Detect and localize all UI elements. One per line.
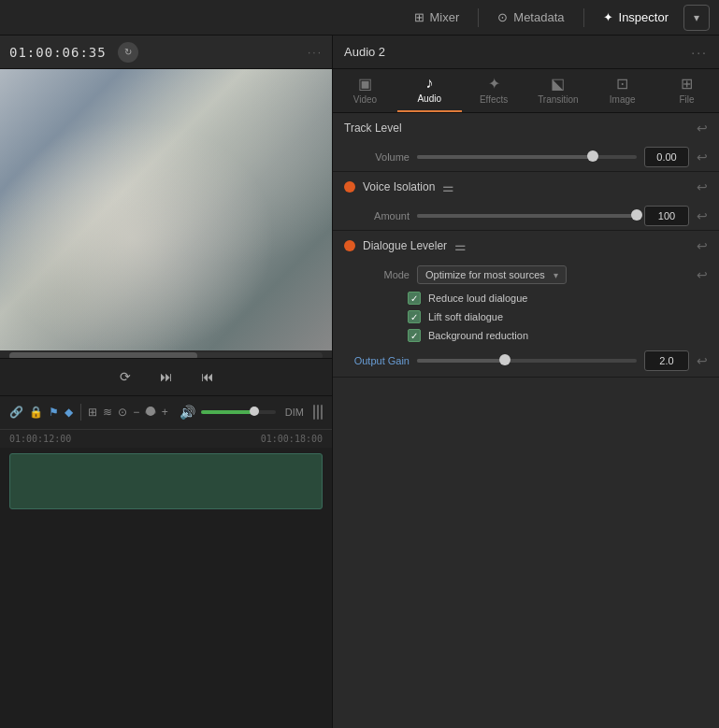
- dialogue-leveler-title: Dialogue Leveler: [363, 239, 447, 252]
- metadata-tab[interactable]: ⊙ Metadata: [486, 7, 575, 28]
- skip-back-button[interactable]: ⏮: [194, 364, 221, 390]
- main-layout: 01:00:06:35 ↻ ··· ⟳ ⏭ ⏮: [0, 36, 719, 728]
- zoom-out-button[interactable]: −: [133, 400, 139, 424]
- lock-button[interactable]: 🔒: [29, 400, 43, 424]
- volume-slider-thumb: [587, 150, 598, 162]
- voice-isolation-enable-button[interactable]: [344, 181, 355, 193]
- output-gain-value[interactable]: 2.0: [644, 350, 689, 371]
- flag-icon: ⚑: [49, 406, 59, 419]
- output-gain-slider-fill: [417, 359, 505, 363]
- inspector-tab[interactable]: ✦ Inspector: [592, 7, 680, 28]
- timeline-track-area[interactable]: [0, 448, 332, 729]
- loop-button[interactable]: ⟳: [112, 364, 138, 390]
- voice-isolation-reset-button[interactable]: ↩: [697, 179, 708, 194]
- amount-reset-button[interactable]: ↩: [697, 208, 708, 223]
- zoom-in-button[interactable]: +: [162, 400, 168, 424]
- audio-tab-icon: ♪: [425, 75, 433, 92]
- bg-reduction-checkbox[interactable]: ✓: [408, 329, 421, 342]
- reduce-loud-check-icon: ✓: [410, 293, 418, 304]
- tab-image[interactable]: ⊡ Image: [590, 69, 654, 112]
- dialogue-leveler-enable-button[interactable]: [344, 240, 355, 251]
- skip-forward-button[interactable]: ⏭: [153, 364, 180, 390]
- tab-file[interactable]: ⊞ File: [654, 69, 719, 112]
- handle-bar-2: [317, 405, 319, 420]
- timeline-ruler: 01:00:12:00 01:00:18:00: [0, 429, 332, 448]
- transcript-icon: ⊞: [88, 406, 97, 419]
- image-tab-label: Image: [610, 94, 636, 105]
- timecode-dots-menu[interactable]: ···: [308, 46, 323, 59]
- tab-video[interactable]: ▣ Video: [333, 69, 397, 112]
- inspector-panel: Audio 2 ··· ▣ Video ♪ Audio ✦ Effects ⬕ …: [332, 36, 719, 728]
- link-button[interactable]: 🔗: [9, 400, 23, 424]
- volume-slider-track[interactable]: [417, 155, 637, 159]
- tab-audio[interactable]: ♪ Audio: [397, 69, 462, 112]
- voice-isolation-title: Voice Isolation: [363, 180, 435, 193]
- mixer-tab[interactable]: ⊞ Mixer: [403, 7, 471, 28]
- zoom-in-icon: +: [162, 406, 168, 419]
- track-level-section: Track Level ↩ Volume 0.00 ↩: [333, 113, 719, 172]
- lift-soft-checkbox[interactable]: ✓: [408, 310, 421, 323]
- zoom-slider[interactable]: [145, 410, 156, 414]
- inspector-header: Audio 2 ···: [333, 36, 719, 69]
- audio-tab-label: Audio: [417, 93, 441, 104]
- volume-reset-button[interactable]: ↩: [697, 150, 708, 164]
- sync-icon: ↻: [124, 47, 132, 57]
- volume-slider[interactable]: [201, 410, 276, 414]
- video-preview: [0, 69, 332, 350]
- waveform-button[interactable]: ≋: [103, 400, 112, 424]
- inspector-dots-menu[interactable]: ···: [691, 45, 708, 60]
- mixer-label: Mixer: [430, 10, 460, 24]
- output-gain-reset-button[interactable]: ↩: [697, 353, 708, 368]
- bg-reduction-label: Background reduction: [428, 330, 528, 341]
- dialogue-leveler-adjust-icon[interactable]: ⚌: [454, 238, 467, 253]
- inspector-label: Inspector: [619, 10, 669, 24]
- video-tab-label: Video: [353, 94, 377, 105]
- tab-transition[interactable]: ⬕ Transition: [525, 69, 590, 112]
- transcript-button[interactable]: ⊞: [88, 400, 97, 424]
- marker-icon: ◆: [65, 406, 73, 419]
- metadata-label: Metadata: [513, 10, 564, 24]
- handle-button[interactable]: [313, 405, 323, 420]
- reduce-loud-checkbox[interactable]: ✓: [408, 292, 421, 305]
- mode-dropdown-value: Optimize for most sources: [425, 269, 545, 280]
- track-level-reset-button[interactable]: ↩: [697, 121, 708, 136]
- image-tab-icon: ⊡: [616, 75, 628, 93]
- link-icon: 🔗: [9, 406, 23, 419]
- voice-isolation-adjust-icon[interactable]: ⚌: [442, 179, 454, 194]
- tab-effects[interactable]: ✦ Effects: [462, 69, 526, 112]
- zoom-out-icon: −: [133, 406, 139, 419]
- dialogue-leveler-section: Dialogue Leveler ⚌ ↩ Mode Optimize for m…: [333, 231, 719, 378]
- skip-forward-icon: ⏭: [160, 369, 173, 384]
- zoom-custom-button[interactable]: ⊙: [118, 400, 127, 424]
- effects-tab-label: Effects: [480, 94, 508, 105]
- bg-reduction-check-icon: ✓: [410, 331, 418, 341]
- amount-row: Amount 100 ↩: [333, 202, 719, 230]
- mode-dropdown[interactable]: Optimize for most sources ▾: [417, 265, 567, 284]
- nav-chevron-button[interactable]: ▾: [683, 5, 710, 31]
- track-level-title: Track Level: [344, 121, 402, 135]
- dialogue-leveler-reset-button[interactable]: ↩: [697, 238, 708, 253]
- volume-value[interactable]: 0.00: [644, 147, 689, 167]
- flag-button[interactable]: ⚑: [49, 400, 59, 424]
- marker-button[interactable]: ◆: [65, 400, 73, 424]
- effects-tab-icon: ✦: [488, 75, 500, 93]
- mode-dropdown-arrow-icon: ▾: [554, 270, 558, 280]
- amount-value[interactable]: 100: [644, 206, 689, 226]
- timeline-toolbar: 🔗 🔒 ⚑ ◆ ⊞ ≋ ⊙ −: [0, 395, 332, 429]
- audio-clip[interactable]: [9, 453, 323, 509]
- transition-tab-icon: ⬕: [551, 75, 565, 93]
- waveform-icon: ≋: [103, 406, 112, 419]
- volume-label: Volume: [344, 151, 410, 163]
- metadata-icon: ⊙: [497, 10, 508, 24]
- top-navigation-bar: ⊞ Mixer ⊙ Metadata ✦ Inspector ▾: [0, 0, 719, 36]
- inspector-icon: ✦: [603, 10, 613, 24]
- dim-button[interactable]: DIM: [281, 405, 308, 420]
- output-gain-slider-track[interactable]: [417, 359, 637, 363]
- timecode-sync-button[interactable]: ↻: [118, 42, 138, 63]
- amount-slider-track[interactable]: [417, 214, 637, 218]
- mode-reset-button[interactable]: ↩: [697, 267, 708, 282]
- checkbox-reduce-row: ✓ Reduce loud dialogue: [333, 289, 719, 307]
- nav-divider-2: [583, 8, 584, 27]
- playback-controls: ⟳ ⏭ ⏮: [0, 358, 332, 395]
- file-tab-label: File: [679, 94, 694, 105]
